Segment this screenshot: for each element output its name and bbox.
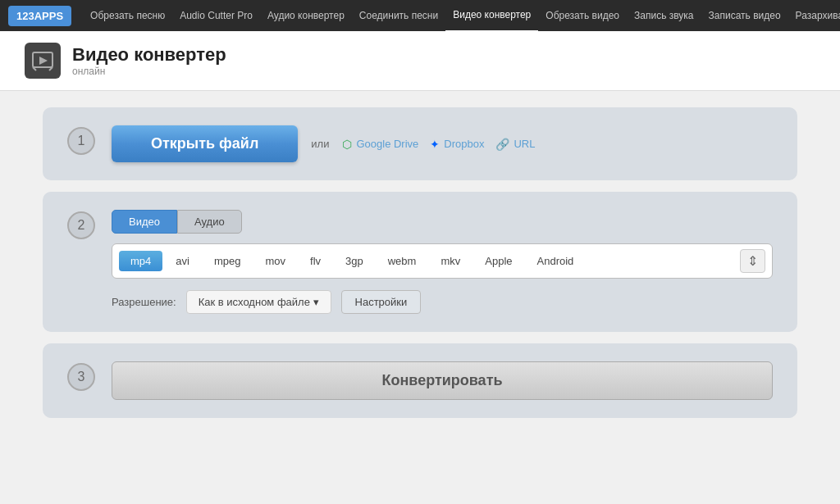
dropbox-label: Dropbox	[444, 138, 484, 150]
page-title-block: Видео конвертер онлайн	[72, 44, 226, 77]
format-mkv[interactable]: mkv	[429, 251, 472, 271]
resolution-value: Как в исходном файле ▾	[199, 296, 319, 308]
url-icon: 🔗	[495, 138, 509, 151]
dropbox-icon: ✦	[430, 138, 440, 151]
format-mpeg[interactable]: mpeg	[203, 251, 253, 271]
tab-audio[interactable]: Аудио	[177, 210, 242, 234]
step2-block: 2 Видео Аудио mp4 avi mpeg mov flv 3gp w…	[43, 192, 797, 332]
step3-content: Конвертировать	[112, 361, 773, 400]
google-drive-icon: ⬡	[342, 138, 352, 151]
step1-number: 1	[67, 127, 95, 155]
top-navigation: 123APPS Обрезать песню Audio Cutter Pro …	[0, 0, 840, 31]
format-flv[interactable]: flv	[299, 251, 332, 271]
format-more-button[interactable]: ⇕	[740, 249, 765, 273]
settings-button[interactable]: Настройки	[341, 290, 422, 314]
nav-link-audio-cutter-pro[interactable]: Audio Cutter Pro	[172, 0, 260, 31]
format-mov[interactable]: mov	[253, 251, 297, 271]
convert-button[interactable]: Конвертировать	[112, 361, 773, 400]
step1-block: 1 Открыть файл или ⬡ Google Drive ✦ Drop…	[43, 107, 797, 180]
cloud-links: ⬡ Google Drive ✦ Dropbox 🔗 URL	[342, 138, 535, 151]
tab-video[interactable]: Видео	[112, 210, 177, 234]
format-mp4[interactable]: mp4	[119, 251, 162, 271]
format-3gp[interactable]: 3gp	[334, 251, 375, 271]
main-content: 1 Открыть файл или ⬡ Google Drive ✦ Drop…	[18, 91, 822, 446]
nav-link-video-converter[interactable]: Видео конвертер	[445, 0, 538, 32]
page-subtitle: онлайн	[72, 66, 226, 77]
format-type-tabs: Видео Аудио	[112, 210, 773, 234]
url-link[interactable]: 🔗 URL	[495, 138, 535, 151]
format-apple[interactable]: Apple	[473, 251, 523, 271]
step2-number: 2	[67, 211, 95, 239]
resolution-select-button[interactable]: Как в исходном файле ▾	[186, 290, 331, 314]
or-text: или	[311, 138, 329, 150]
resolution-label: Разрешение:	[112, 296, 176, 308]
open-file-row: Открыть файл или ⬡ Google Drive ✦ Dropbo…	[112, 125, 773, 162]
open-file-button[interactable]: Открыть файл	[112, 125, 298, 162]
dropbox-link[interactable]: ✦ Dropbox	[430, 138, 484, 151]
url-label: URL	[514, 138, 535, 150]
nav-link-record-sound[interactable]: Запись звука	[627, 0, 701, 31]
page-header: Видео конвертер онлайн	[0, 31, 840, 91]
step3-block: 3 Конвертировать	[43, 343, 797, 418]
step2-content: Видео Аудио mp4 avi mpeg mov flv 3gp web…	[112, 210, 773, 314]
svg-marker-1	[39, 57, 48, 65]
nav-links-container: Обрезать песню Audio Cutter Pro Аудио ко…	[83, 0, 840, 32]
format-android[interactable]: Android	[526, 251, 586, 271]
resolution-row: Разрешение: Как в исходном файле ▾ Настр…	[112, 290, 773, 314]
format-avi[interactable]: avi	[164, 251, 201, 271]
google-drive-label: Google Drive	[356, 138, 418, 150]
format-webm[interactable]: webm	[377, 251, 428, 271]
format-buttons-row: mp4 avi mpeg mov flv 3gp webm mkv Apple …	[112, 243, 773, 279]
nav-link-audio-converter[interactable]: Аудио конвертер	[260, 0, 352, 31]
nav-link-join-songs[interactable]: Соединить песни	[352, 0, 445, 31]
page-title: Видео конвертер	[72, 44, 226, 66]
nav-link-record-video[interactable]: Записать видео	[701, 0, 788, 31]
app-icon	[25, 43, 61, 79]
step1-content: Открыть файл или ⬡ Google Drive ✦ Dropbo…	[112, 125, 773, 162]
step3-number: 3	[67, 363, 95, 391]
google-drive-link[interactable]: ⬡ Google Drive	[342, 138, 418, 151]
nav-link-cut-video[interactable]: Обрезать видео	[538, 0, 627, 31]
nav-link-archiver[interactable]: Разархиватор	[788, 0, 840, 31]
logo-button[interactable]: 123APPS	[8, 6, 71, 26]
nav-link-cut-song[interactable]: Обрезать песню	[83, 0, 172, 31]
